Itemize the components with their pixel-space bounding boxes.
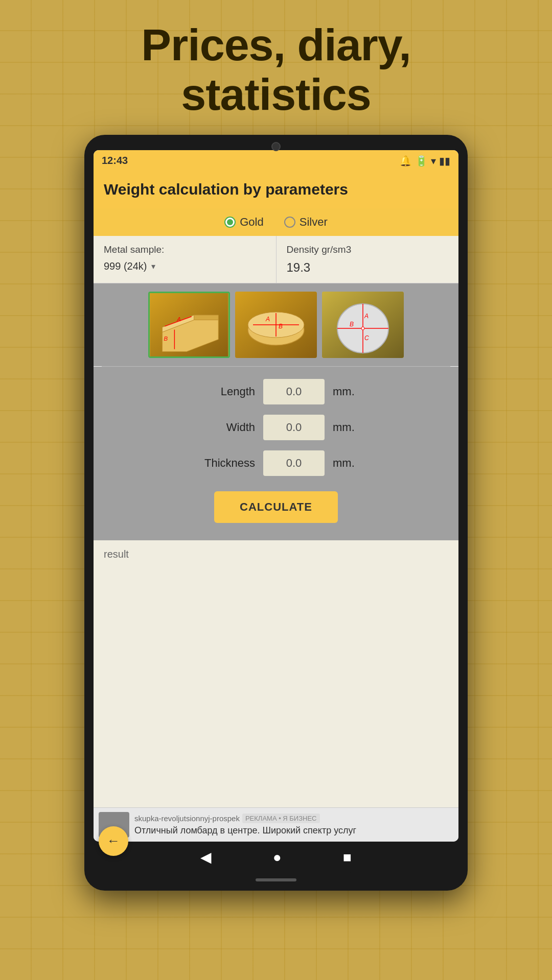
status-icons: 🔔 🔋 ▾ ▮▮ <box>399 155 450 167</box>
thickness-label: Thickness <box>194 457 255 470</box>
metal-sample-col: Metal sample: 999 (24k) ▾ <box>94 236 277 283</box>
ad-bar[interactable]: skupka-revoljutsionnyj-prospek РЕКЛАМА •… <box>94 807 458 842</box>
width-input[interactable] <box>263 415 325 440</box>
shape-cylinder[interactable]: B A C <box>322 292 404 358</box>
length-row: Length mm. <box>109 379 443 404</box>
thickness-input[interactable] <box>263 450 325 476</box>
app-title: Weight calculation by parameters <box>104 181 348 198</box>
top-banner: Prices, diary, statistics <box>0 0 552 135</box>
width-row: Width mm. <box>109 415 443 440</box>
silver-label: Silver <box>300 216 328 229</box>
ad-source-name: skupka-revoljutsionnyj-prospek <box>134 814 240 823</box>
ad-content: skupka-revoljutsionnyj-prospek РЕКЛАМА •… <box>134 814 453 836</box>
length-unit: mm. <box>333 385 358 398</box>
shape-rectangular[interactable]: A B <box>148 292 230 358</box>
svg-text:C: C <box>364 334 369 342</box>
width-label: Width <box>194 421 255 434</box>
metal-selector: Gold Silver <box>94 208 458 236</box>
camera <box>271 142 281 151</box>
tablet-home-indicator <box>256 878 296 881</box>
gold-option[interactable]: Gold <box>224 216 263 229</box>
density-col: Density gr/sm3 19.3 <box>277 236 459 283</box>
density-value: 19.3 <box>287 260 449 275</box>
tablet-device: 12:43 🔔 🔋 ▾ ▮▮ Weight calculation by par… <box>84 135 468 891</box>
silver-radio[interactable] <box>284 217 295 228</box>
svg-text:A: A <box>176 316 181 322</box>
params-section: Metal sample: 999 (24k) ▾ Density gr/sm3… <box>94 236 458 283</box>
banner-title: Prices, diary, statistics <box>31 20 521 119</box>
gold-label: Gold <box>240 216 263 229</box>
signal-icon: ▮▮ <box>439 155 450 167</box>
svg-marker-3 <box>194 315 219 320</box>
calculate-button[interactable]: CALCULATE <box>214 491 338 523</box>
battery-icon: 🔋 <box>415 155 428 167</box>
thickness-unit: mm. <box>333 457 358 470</box>
back-button[interactable]: ← <box>99 826 128 856</box>
status-time: 12:43 <box>102 155 128 166</box>
result-area: result <box>94 540 458 807</box>
svg-text:B: B <box>350 321 354 328</box>
svg-point-23 <box>361 327 364 330</box>
svg-text:A: A <box>265 316 270 323</box>
length-input[interactable] <box>263 379 325 404</box>
thickness-row: Thickness mm. <box>109 450 443 476</box>
result-label: result <box>104 548 448 560</box>
silver-option[interactable]: Silver <box>284 216 328 229</box>
nav-bar: ◀ ● ■ <box>200 842 352 873</box>
app-header: Weight calculation by parameters <box>94 172 458 208</box>
alarm-icon: 🔔 <box>399 155 412 167</box>
ad-label-badge: РЕКЛАМА • Я БИЗНЕС <box>242 814 320 823</box>
length-label: Length <box>194 385 255 398</box>
width-unit: mm. <box>333 421 358 434</box>
ad-source-row: skupka-revoljutsionnyj-prospek РЕКЛАМА •… <box>134 814 453 823</box>
svg-text:B: B <box>279 323 283 330</box>
shape-selector: A B <box>94 283 458 366</box>
status-bar: 12:43 🔔 🔋 ▾ ▮▮ <box>94 150 458 172</box>
metal-sample-label: Metal sample: <box>104 244 266 255</box>
inputs-area: Length mm. Width mm. Thickness mm. CALCU… <box>94 367 458 540</box>
screen: 12:43 🔔 🔋 ▾ ▮▮ Weight calculation by par… <box>94 150 458 842</box>
ad-title: Отличный ломбард в центре. Широкий спект… <box>134 825 453 836</box>
metal-sample-row: 999 (24k) ▾ <box>104 260 266 272</box>
gold-radio[interactable] <box>224 217 236 228</box>
shape-oval[interactable]: A B <box>235 292 317 358</box>
wifi-icon: ▾ <box>431 155 436 167</box>
nav-back-icon[interactable]: ◀ <box>200 849 212 866</box>
metal-sample-value[interactable]: 999 (24k) <box>104 260 147 272</box>
svg-text:B: B <box>164 336 168 342</box>
dropdown-arrow-icon[interactable]: ▾ <box>151 261 155 271</box>
density-label: Density gr/sm3 <box>287 244 449 255</box>
nav-home-icon[interactable]: ● <box>273 849 282 866</box>
back-icon: ← <box>107 833 120 849</box>
nav-square-icon[interactable]: ■ <box>343 849 352 866</box>
svg-text:A: A <box>364 313 369 320</box>
